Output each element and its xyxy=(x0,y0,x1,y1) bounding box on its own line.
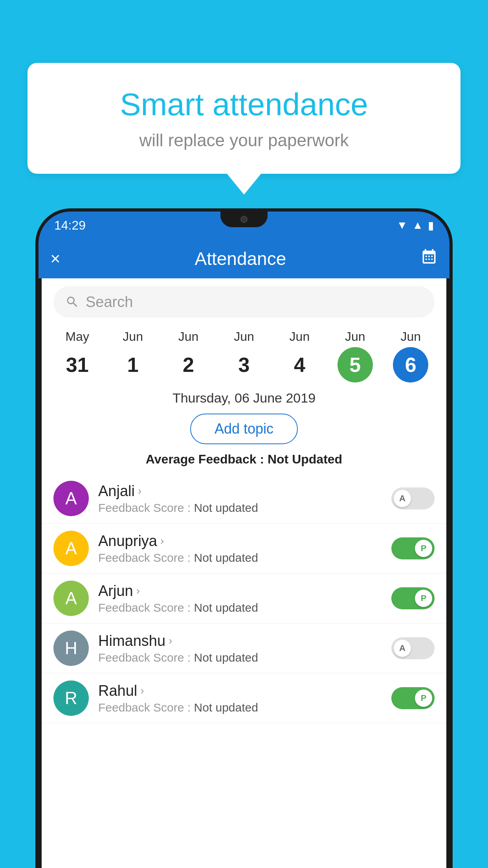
search-bar-container: Search xyxy=(42,278,446,326)
signal-icon: ▲ xyxy=(412,219,423,232)
student-info-3: Himanshu ›Feedback Score : Not updated xyxy=(98,633,382,664)
app-bar: × Attendance xyxy=(39,239,449,278)
feedback-value-4: Not updated xyxy=(194,701,258,714)
toggle-container-3[interactable]: A xyxy=(391,637,435,659)
calendar-day-3[interactable]: Jun3 xyxy=(224,329,264,383)
calendar-date-1[interactable]: 1 xyxy=(115,347,150,383)
selected-date-label: Thursday, 06 June 2019 xyxy=(42,383,446,410)
student-item-4[interactable]: RRahul ›Feedback Score : Not updatedP xyxy=(42,673,446,723)
student-item-3[interactable]: HHimanshu ›Feedback Score : Not updatedA xyxy=(42,623,446,673)
feedback-value-2: Not updated xyxy=(194,601,258,614)
add-topic-button[interactable]: Add topic xyxy=(190,414,298,444)
student-name-2: Arjun › xyxy=(98,583,382,600)
toggle-knob-2: P xyxy=(415,590,432,607)
toggle-knob-3: A xyxy=(394,640,411,657)
toggle-container-1[interactable]: P xyxy=(391,537,435,559)
chevron-icon-4: › xyxy=(140,684,144,697)
attendance-toggle-3[interactable]: A xyxy=(391,637,435,659)
student-avatar-3: H xyxy=(53,631,89,666)
calendar-month-3: Jun xyxy=(234,329,254,344)
calendar-date-3[interactable]: 3 xyxy=(226,347,262,383)
feedback-value-3: Not updated xyxy=(194,651,258,664)
chevron-icon-3: › xyxy=(169,634,172,647)
toggle-container-0[interactable]: A xyxy=(391,487,435,509)
calendar-month-0: May xyxy=(65,329,89,344)
status-bar: 14:29 ▼ ▲ ▮ xyxy=(39,211,449,239)
calendar-day-4[interactable]: Jun4 xyxy=(280,329,319,383)
close-button[interactable]: × xyxy=(50,249,61,268)
feedback-average: Average Feedback : Not Updated xyxy=(42,448,446,474)
calendar-icon[interactable] xyxy=(420,248,438,269)
student-avatar-4: R xyxy=(53,680,89,716)
calendar-day-2[interactable]: Jun2 xyxy=(169,329,208,383)
calendar-date-0[interactable]: 31 xyxy=(60,347,95,383)
status-time: 14:29 xyxy=(54,218,86,233)
calendar-month-5: Jun xyxy=(345,329,365,344)
student-feedback-3: Feedback Score : Not updated xyxy=(98,651,382,664)
student-info-2: Arjun ›Feedback Score : Not updated xyxy=(98,583,382,614)
wifi-icon: ▼ xyxy=(397,219,408,232)
speech-bubble: Smart attendance will replace your paper… xyxy=(28,63,460,174)
student-avatar-1: A xyxy=(53,531,89,566)
search-icon xyxy=(65,295,79,309)
calendar-day-0[interactable]: May31 xyxy=(58,329,97,383)
screen-content: Search May31Jun1Jun2Jun3Jun4Jun5Jun6 Thu… xyxy=(42,278,446,868)
student-name-1: Anupriya › xyxy=(98,533,382,550)
calendar-date-6[interactable]: 6 xyxy=(393,347,428,383)
toggle-container-2[interactable]: P xyxy=(391,587,435,609)
calendar-day-6[interactable]: Jun6 xyxy=(391,329,430,383)
calendar-date-5[interactable]: 5 xyxy=(338,347,373,383)
student-item-2[interactable]: AArjun ›Feedback Score : Not updatedP xyxy=(42,574,446,623)
calendar-month-2: Jun xyxy=(178,329,199,344)
student-item-1[interactable]: AAnupriya ›Feedback Score : Not updatedP xyxy=(42,524,446,574)
attendance-toggle-1[interactable]: P xyxy=(391,537,435,559)
calendar-month-4: Jun xyxy=(290,329,310,344)
attendance-toggle-0[interactable]: A xyxy=(391,487,435,509)
camera xyxy=(240,216,248,223)
feedback-value-1: Not updated xyxy=(194,551,258,564)
add-topic-container: Add topic xyxy=(42,414,446,444)
toggle-knob-0: A xyxy=(394,490,411,507)
calendar-month-1: Jun xyxy=(123,329,143,344)
student-name-3: Himanshu › xyxy=(98,633,382,649)
toggle-container-4[interactable]: P xyxy=(391,687,435,709)
search-input[interactable]: Search xyxy=(53,286,435,318)
toggle-knob-1: P xyxy=(415,540,432,557)
calendar-month-6: Jun xyxy=(400,329,421,344)
student-list: AAnjali ›Feedback Score : Not updatedAAA… xyxy=(42,474,446,723)
speech-bubble-container: Smart attendance will replace your paper… xyxy=(28,63,460,195)
status-icons: ▼ ▲ ▮ xyxy=(397,219,434,232)
feedback-average-label: Average Feedback : xyxy=(146,452,264,466)
student-name-0: Anjali › xyxy=(98,483,382,500)
student-avatar-0: A xyxy=(53,481,89,516)
student-info-4: Rahul ›Feedback Score : Not updated xyxy=(98,682,382,714)
chevron-icon-1: › xyxy=(160,535,164,547)
calendar-day-5[interactable]: Jun5 xyxy=(336,329,375,383)
calendar-date-2[interactable]: 2 xyxy=(171,347,206,383)
calendar-day-1[interactable]: Jun1 xyxy=(113,329,152,383)
student-feedback-4: Feedback Score : Not updated xyxy=(98,701,382,714)
phone-frame: 14:29 ▼ ▲ ▮ × Attendance xyxy=(35,208,453,868)
battery-icon: ▮ xyxy=(428,219,434,232)
attendance-toggle-4[interactable]: P xyxy=(391,687,435,709)
student-item-0[interactable]: AAnjali ›Feedback Score : Not updatedA xyxy=(42,474,446,524)
speech-bubble-arrow xyxy=(226,173,262,195)
student-feedback-1: Feedback Score : Not updated xyxy=(98,551,382,565)
feedback-average-value: Not Updated xyxy=(268,452,342,466)
app-bar-title: Attendance xyxy=(194,248,286,269)
feedback-value-0: Not updated xyxy=(194,501,258,514)
calendar-date-4[interactable]: 4 xyxy=(282,347,317,383)
calendar-strip: May31Jun1Jun2Jun3Jun4Jun5Jun6 xyxy=(42,326,446,383)
chevron-icon-0: › xyxy=(138,485,141,497)
attendance-toggle-2[interactable]: P xyxy=(391,587,435,609)
speech-bubble-title: Smart attendance xyxy=(59,86,429,123)
student-info-0: Anjali ›Feedback Score : Not updated xyxy=(98,483,382,515)
phone-inner: 14:29 ▼ ▲ ▮ × Attendance xyxy=(39,211,449,868)
student-feedback-2: Feedback Score : Not updated xyxy=(98,601,382,614)
student-avatar-2: A xyxy=(53,581,89,616)
search-placeholder: Search xyxy=(86,294,133,311)
toggle-knob-4: P xyxy=(415,690,432,707)
notch xyxy=(220,211,268,227)
student-feedback-0: Feedback Score : Not updated xyxy=(98,501,382,515)
student-info-1: Anupriya ›Feedback Score : Not updated xyxy=(98,533,382,565)
